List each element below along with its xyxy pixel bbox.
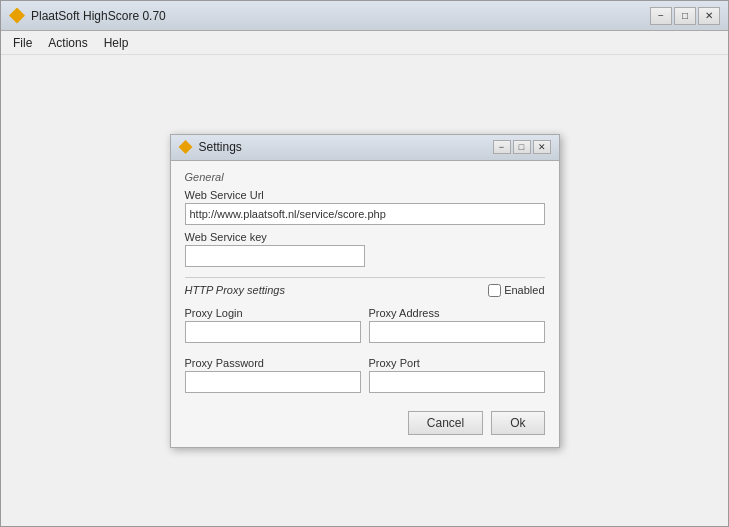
enabled-label: Enabled — [504, 284, 544, 296]
general-section-label: General — [185, 171, 545, 183]
proxy-fields: Proxy Login Proxy Address Proxy Password… — [185, 301, 545, 393]
window-minimize-button[interactable]: − — [650, 7, 672, 25]
dialog-minimize-button[interactable]: − — [493, 140, 511, 154]
dialog-footer: Cancel Ok — [171, 403, 559, 447]
web-service-url-input[interactable] — [185, 203, 545, 225]
main-window: PlaatSoft HighScore 0.70 − □ ✕ File Acti… — [0, 0, 729, 527]
proxy-port-label: Proxy Port — [369, 357, 545, 369]
dialog-controls: − □ ✕ — [493, 140, 551, 154]
title-bar-left: PlaatSoft HighScore 0.70 — [9, 8, 166, 24]
dialog-body: General Web Service Url Web Service key … — [171, 161, 559, 403]
separator — [185, 277, 545, 278]
proxy-port-field-group: Proxy Port — [369, 351, 545, 393]
enabled-check-wrap: Enabled — [488, 284, 544, 297]
menu-file[interactable]: File — [5, 34, 40, 52]
ok-button[interactable]: Ok — [491, 411, 544, 435]
content-area: SoftSea.com Settings − □ ✕ General Web S… — [1, 55, 728, 526]
proxy-password-field-group: Proxy Password — [185, 351, 361, 393]
proxy-address-input[interactable] — [369, 321, 545, 343]
dialog-title: Settings — [199, 140, 242, 154]
dialog-title-bar: Settings − □ ✕ — [171, 135, 559, 161]
title-bar-controls: − □ ✕ — [650, 7, 720, 25]
menu-actions[interactable]: Actions — [40, 34, 95, 52]
proxy-settings-label: HTTP Proxy settings — [185, 284, 285, 296]
proxy-port-input[interactable] — [369, 371, 545, 393]
web-service-key-input[interactable] — [185, 245, 365, 267]
proxy-login-label: Proxy Login — [185, 307, 361, 319]
dialog-maximize-button[interactable]: □ — [513, 140, 531, 154]
window-title: PlaatSoft HighScore 0.70 — [31, 9, 166, 23]
menu-bar: File Actions Help — [1, 31, 728, 55]
window-maximize-button[interactable]: □ — [674, 7, 696, 25]
cancel-button[interactable]: Cancel — [408, 411, 483, 435]
dialog-icon — [179, 140, 193, 154]
dialog-title-left: Settings — [179, 140, 242, 154]
proxy-password-input[interactable] — [185, 371, 361, 393]
proxy-login-input[interactable] — [185, 321, 361, 343]
window-close-button[interactable]: ✕ — [698, 7, 720, 25]
proxy-header: HTTP Proxy settings Enabled — [185, 284, 545, 297]
web-service-url-label: Web Service Url — [185, 189, 545, 201]
menu-help[interactable]: Help — [96, 34, 137, 52]
settings-dialog: Settings − □ ✕ General Web Service Url W… — [170, 134, 560, 448]
title-bar: PlaatSoft HighScore 0.70 − □ ✕ — [1, 1, 728, 31]
web-service-key-label: Web Service key — [185, 231, 545, 243]
app-icon — [9, 8, 25, 24]
enabled-checkbox[interactable] — [488, 284, 501, 297]
proxy-address-field-group: Proxy Address — [369, 301, 545, 343]
dialog-close-button[interactable]: ✕ — [533, 140, 551, 154]
proxy-login-field-group: Proxy Login — [185, 301, 361, 343]
proxy-address-label: Proxy Address — [369, 307, 545, 319]
proxy-password-label: Proxy Password — [185, 357, 361, 369]
